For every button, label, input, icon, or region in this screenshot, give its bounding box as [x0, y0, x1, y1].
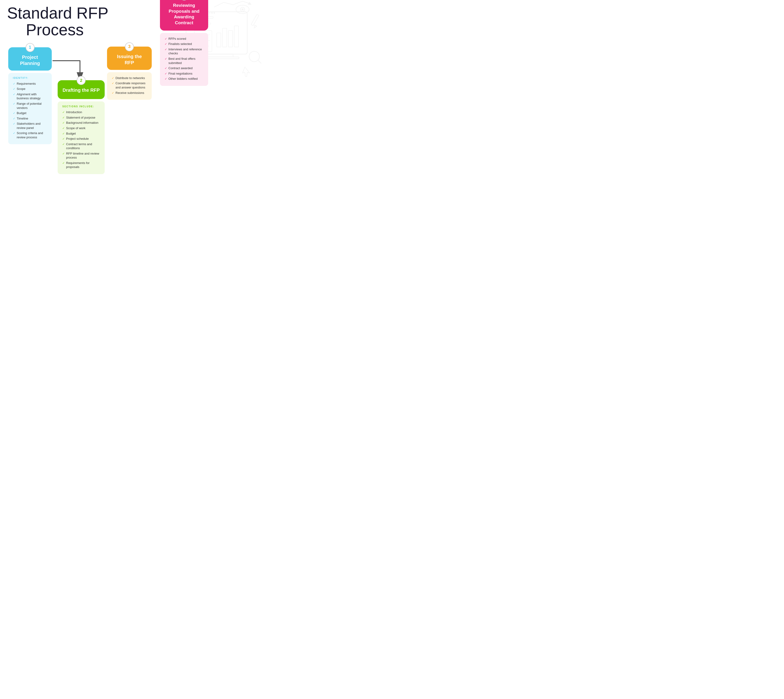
- check-icon: ✓: [62, 121, 65, 125]
- list-item: ✓Range of potential vendors: [13, 102, 47, 110]
- list-item: ✓RFP timeline and review process: [62, 152, 100, 160]
- check-icon: ✓: [165, 77, 167, 81]
- main-title: Standard RFP Process: [7, 5, 254, 38]
- item-text: Budget: [66, 131, 76, 136]
- check-icon: ✓: [165, 48, 167, 51]
- title-line1: Standard RFP: [7, 5, 254, 22]
- check-icon: ✓: [13, 111, 15, 115]
- step-4-row: 4 Reviewing Proposals and Awarding Contr…: [159, 0, 209, 86]
- list-item: ✓Budget: [13, 111, 47, 115]
- item-text: Coordinate responses and answer question…: [116, 81, 147, 89]
- list-item: ✓Alignment with business strategy: [13, 92, 47, 101]
- list-item: ✓Finalists selected: [165, 42, 203, 46]
- item-text: Receive submissions: [116, 91, 144, 95]
- item-text: Stakeholders and review panel: [17, 122, 47, 130]
- step-2-list: SECTIONS INCLUDE: ✓Introduction✓Statemen…: [58, 101, 105, 174]
- step-3-list: ✓Distribute to networks✓Coordinate respo…: [107, 72, 152, 100]
- step-2-box: 2 Drafting the RFP: [58, 80, 105, 99]
- item-text: Interviews and reference checks: [169, 47, 203, 56]
- list-item: ✓Requirements for proposals: [62, 161, 100, 169]
- list-item: ✓Coordinate responses and answer questio…: [112, 81, 147, 89]
- item-text: Budget: [17, 111, 26, 115]
- item-text: Finalists selected: [169, 42, 192, 46]
- item-text: Requirements: [17, 82, 36, 86]
- item-text: Project schedule: [66, 137, 89, 141]
- step-2-label: Drafting the RFP: [63, 87, 100, 93]
- step-1-box: 1 Project Planning: [8, 47, 52, 71]
- svg-line-21: [258, 60, 261, 63]
- step-1-number: 1: [26, 43, 35, 52]
- list-item: ✓Statement of purpose: [62, 116, 100, 120]
- check-icon: ✓: [165, 72, 167, 76]
- check-icon: ✓: [112, 81, 114, 85]
- check-icon: ✓: [13, 117, 15, 121]
- check-icon: ✓: [13, 82, 15, 86]
- step-2-heading: SECTIONS INCLUDE:: [62, 105, 100, 108]
- list-item: ✓Budget: [62, 131, 100, 136]
- item-text: Alignment with business strategy: [17, 92, 47, 101]
- step-3-row: 3 Issuing the RFP ✓Distribute to network…: [106, 42, 153, 100]
- check-icon: ✓: [62, 161, 65, 165]
- item-text: Distribute to networks: [116, 76, 145, 80]
- step-4-list: ✓RFPs scored✓Finalists selected✓Intervie…: [160, 33, 208, 86]
- check-icon: ✓: [62, 132, 65, 136]
- list-item: ✓Requirements: [13, 82, 47, 86]
- step-3-items: ✓Distribute to networks✓Coordinate respo…: [112, 76, 147, 95]
- step-1-items: ✓Requirements✓Scope✓Alignment with busin…: [13, 82, 47, 139]
- list-item: ✓Contract terms and conditions: [62, 142, 100, 150]
- check-icon: ✓: [13, 87, 15, 91]
- check-icon: ✓: [62, 137, 65, 141]
- step-1-label: Project Planning: [13, 54, 47, 66]
- step-2-number: 2: [77, 76, 86, 85]
- list-item: ✓Distribute to networks: [112, 76, 147, 80]
- list-item: ✓Scoring criteria and review process: [13, 131, 47, 139]
- check-icon: ✓: [13, 102, 15, 106]
- item-text: Other bidders notified: [169, 77, 198, 81]
- list-item: ✓Contract awarded: [165, 66, 203, 70]
- check-icon: ✓: [13, 122, 15, 126]
- item-text: RFP timeline and review process: [66, 152, 100, 160]
- check-icon: ✓: [13, 93, 15, 96]
- list-item: ✓Scope of work: [62, 126, 100, 130]
- list-item: ✓Introduction: [62, 110, 100, 114]
- list-item: ✓Project schedule: [62, 137, 100, 141]
- list-item: ✓Background information: [62, 121, 100, 125]
- item-text: Statement of purpose: [66, 116, 95, 120]
- item-text: RFPs scored: [169, 37, 186, 41]
- list-item: ✓Receive submissions: [112, 91, 147, 95]
- step-3-number: 3: [125, 42, 134, 51]
- item-text: Timeline: [17, 116, 28, 121]
- item-text: Contract terms and conditions: [66, 142, 100, 150]
- item-text: Best and final offers submitted: [169, 57, 203, 65]
- step-4-number: 4: [180, 0, 189, 0]
- step-4-items: ✓RFPs scored✓Finalists selected✓Intervie…: [165, 37, 203, 81]
- item-text: Contract awarded: [169, 66, 193, 70]
- check-icon: ✓: [62, 126, 65, 130]
- list-item: ✓Other bidders notified: [165, 77, 203, 81]
- step-1-list: IDENTIFY: ✓Requirements✓Scope✓Alignment …: [8, 73, 52, 144]
- check-icon: ✓: [165, 42, 167, 46]
- list-item: ✓Timeline: [13, 116, 47, 121]
- list-item: ✓Interviews and reference checks: [165, 47, 203, 56]
- item-text: Final negotiations: [169, 71, 192, 76]
- item-text: Requirements for proposals: [66, 161, 100, 169]
- check-icon: ✓: [112, 91, 114, 95]
- step-4-label: Reviewing Proposals and Awarding Contrac…: [165, 3, 203, 26]
- check-icon: ✓: [62, 116, 65, 119]
- step-3-label: Issuing the RFP: [112, 53, 147, 66]
- list-item: ✓Final negotiations: [165, 71, 203, 76]
- check-icon: ✓: [62, 110, 65, 114]
- item-text: Scope of work: [66, 126, 85, 130]
- list-item: ✓Stakeholders and review panel: [13, 122, 47, 130]
- check-icon: ✓: [62, 152, 65, 156]
- item-text: Range of potential vendors: [17, 102, 47, 110]
- list-item: ✓Scope: [13, 87, 47, 91]
- item-text: Introduction: [66, 110, 82, 114]
- title-line2: Process: [7, 22, 254, 38]
- item-text: Background information: [66, 121, 98, 125]
- check-icon: ✓: [13, 131, 15, 135]
- step-1-heading: IDENTIFY:: [13, 77, 47, 79]
- page-container: Standard RFP Process 1: [0, 0, 261, 233]
- step-2-row: 2 Drafting the RFP SECTIONS INCLUDE: ✓In…: [56, 76, 106, 174]
- check-icon: ✓: [165, 57, 167, 61]
